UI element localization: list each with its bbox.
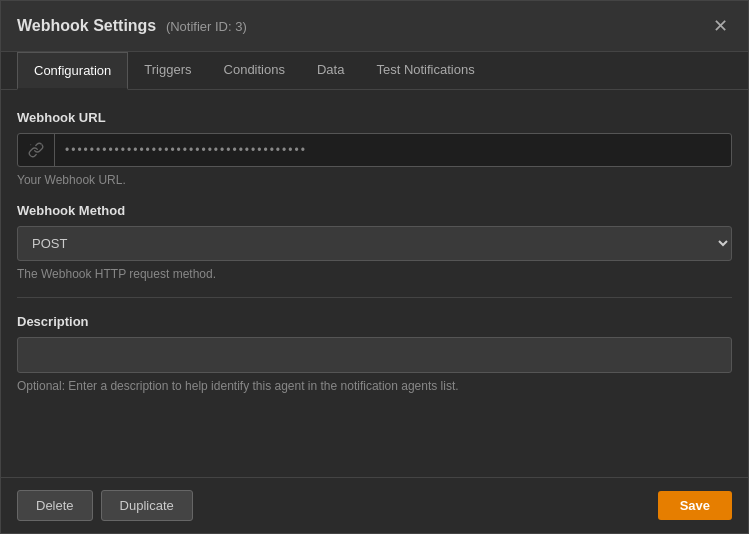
tab-test-notifications[interactable]: Test Notifications — [360, 52, 490, 90]
description-hint: Optional: Enter a description to help id… — [17, 379, 732, 393]
modal-subtitle: (Notifier ID: 3) — [166, 19, 247, 34]
webhook-method-label: Webhook Method — [17, 203, 732, 218]
description-input[interactable] — [17, 337, 732, 373]
tab-triggers[interactable]: Triggers — [128, 52, 207, 90]
description-label: Description — [17, 314, 732, 329]
tab-bar: Configuration Triggers Conditions Data T… — [1, 52, 748, 90]
tab-data[interactable]: Data — [301, 52, 360, 90]
webhook-url-wrapper — [17, 133, 732, 167]
modal-title: Webhook Settings — [17, 17, 156, 34]
footer-left-buttons: Delete Duplicate — [17, 490, 193, 521]
save-button[interactable]: Save — [658, 491, 732, 520]
webhook-url-hint: Your Webhook URL. — [17, 173, 732, 187]
link-icon — [18, 134, 55, 166]
tab-configuration[interactable]: Configuration — [17, 52, 128, 90]
modal-body: Webhook URL Your Webhook URL. Webhook Me… — [1, 90, 748, 477]
tab-conditions[interactable]: Conditions — [208, 52, 301, 90]
modal-title-group: Webhook Settings (Notifier ID: 3) — [17, 17, 247, 35]
delete-button[interactable]: Delete — [17, 490, 93, 521]
webhook-url-label: Webhook URL — [17, 110, 732, 125]
section-divider — [17, 297, 732, 298]
close-button[interactable]: ✕ — [709, 15, 732, 37]
webhook-settings-modal: Webhook Settings (Notifier ID: 3) ✕ Conf… — [0, 0, 749, 534]
modal-footer: Delete Duplicate Save — [1, 477, 748, 533]
webhook-url-input[interactable] — [55, 135, 731, 165]
webhook-method-hint: The Webhook HTTP request method. — [17, 267, 732, 281]
modal-header: Webhook Settings (Notifier ID: 3) ✕ — [1, 1, 748, 52]
duplicate-button[interactable]: Duplicate — [101, 490, 193, 521]
webhook-method-select[interactable]: POST GET PUT PATCH DELETE — [17, 226, 732, 261]
